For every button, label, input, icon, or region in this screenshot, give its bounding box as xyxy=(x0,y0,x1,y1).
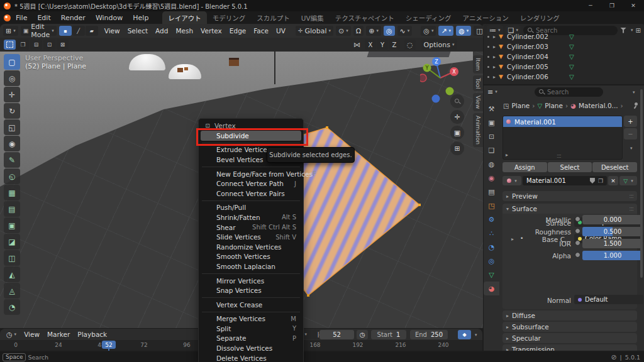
tool-button[interactable]: ↻ xyxy=(4,103,20,119)
chevron-down-icon[interactable]: ▾ xyxy=(475,332,477,337)
properties-tab[interactable]: ⚙ xyxy=(484,212,499,226)
context-menu-item[interactable]: ⊡ Snap Vertices ▸ xyxy=(201,285,301,295)
collapsed-panel-header[interactable]: ▸ Diffuse xyxy=(502,310,637,321)
workspace-tab[interactable]: シェーディング xyxy=(400,11,457,24)
tool-button[interactable]: ◫ xyxy=(4,250,20,266)
properties-tab[interactable]: ▽ xyxy=(484,268,499,282)
context-menu-item[interactable]: ⊡ Separate P ▸ xyxy=(201,334,301,344)
context-menu-item[interactable]: ⊡ Randomize Vertices ▸ xyxy=(201,242,301,252)
mirror-axis-button[interactable]: Z xyxy=(389,40,400,50)
value-slider[interactable]: 1.000 xyxy=(582,251,643,260)
properties-tab[interactable]: ⊡ xyxy=(484,129,499,143)
keying-set-button[interactable]: ◆ xyxy=(458,330,471,339)
properties-search-input[interactable]: Search xyxy=(535,87,603,97)
show-overlays-button[interactable]: ◍ ▾ xyxy=(456,26,471,36)
properties-tab[interactable]: ◍ xyxy=(484,157,499,171)
context-menu-item[interactable]: ⊡ Merge Vertices M ▸ xyxy=(201,314,301,324)
start-frame-field[interactable]: Start 1 xyxy=(371,330,406,339)
chevron-down-icon[interactable]: ▾ xyxy=(633,90,635,95)
fake-user-shield-icon[interactable] xyxy=(590,178,595,184)
outliner-row[interactable]: ▸ ▼ ▽ xyxy=(484,82,644,84)
viewport-menu-item[interactable]: View xyxy=(101,27,124,35)
tool-button[interactable]: ✎ xyxy=(4,152,20,168)
timeline-menu-item[interactable]: Playback xyxy=(74,331,111,338)
close-button[interactable]: ✕ xyxy=(623,0,644,11)
sidebar-tab[interactable]: Animation xyxy=(473,113,483,147)
viewport-menu-item[interactable]: UV xyxy=(272,27,289,35)
properties-tab[interactable]: ◎ xyxy=(484,254,499,268)
slot-action-button[interactable]: Select xyxy=(548,162,592,172)
properties-editor-button[interactable]: ≡ ▾ xyxy=(485,87,500,97)
expand-icon[interactable]: ▸ xyxy=(493,64,496,70)
properties-tab[interactable]: ⚒ xyxy=(484,102,499,116)
browse-material-button[interactable]: ▾ xyxy=(502,176,521,185)
slot-specials-icon[interactable]: ▾ xyxy=(630,146,633,151)
scrollbar[interactable] xyxy=(640,89,643,278)
context-menu-item[interactable]: ⊡ Connect Vertex Path J ▸ xyxy=(201,178,301,189)
breadcrumb-item[interactable]: ◕ Material.0... › xyxy=(570,102,623,109)
workspace-tab[interactable]: レイアウト xyxy=(162,11,207,24)
maximize-button[interactable]: ❐ xyxy=(601,0,623,11)
snap-base-button[interactable]: ◌ xyxy=(404,40,416,50)
select-option-button[interactable]: ⊟ xyxy=(30,40,42,50)
outliner-row[interactable]: ▸ ▼ Cylinder.004 ▽ xyxy=(484,52,644,62)
context-menu-item[interactable]: ⊡ New Edge/Face from Vertices F ▸ xyxy=(201,169,301,179)
expand-icon[interactable]: ▸ xyxy=(493,44,496,50)
resize-grip[interactable]: :::: xyxy=(557,153,561,159)
context-menu-item[interactable]: ⊡ Smooth Vertices ▸ xyxy=(201,252,301,262)
pivot-point-button[interactable]: ⊙ ▾ xyxy=(336,26,351,36)
properties-tab[interactable]: ❏ xyxy=(484,143,499,157)
workspace-tab[interactable]: UV編集 xyxy=(296,11,330,24)
breadcrumb-item[interactable]: ◳ Plane › xyxy=(503,102,535,109)
tool-button[interactable]: ▣ xyxy=(4,217,20,233)
expand-icon[interactable]: ▸ xyxy=(493,84,496,85)
snap-toggle-button[interactable]: Ω xyxy=(353,26,364,36)
properties-tab[interactable]: ◔ xyxy=(484,240,499,254)
expand-icon[interactable]: ▸ xyxy=(493,34,496,40)
socket-icon[interactable] xyxy=(575,228,580,234)
end-frame-field[interactable]: End 250 xyxy=(410,330,448,339)
workspace-tab[interactable]: モデリング xyxy=(207,11,252,24)
context-menu-item[interactable]: ⊡ Delete Vertices ▸ xyxy=(201,353,301,362)
show-gizmo-button[interactable]: ↗ ▾ xyxy=(438,26,453,36)
add-slot-button[interactable]: + xyxy=(624,116,637,127)
properties-tab[interactable]: ◕ xyxy=(484,282,499,295)
properties-tab[interactable]: ◉ xyxy=(484,171,499,185)
tool-button[interactable]: ▤ xyxy=(4,201,20,217)
properties-tab[interactable]: ▤ xyxy=(484,185,499,199)
normal-button[interactable]: Default xyxy=(574,295,643,304)
sidebar-tab[interactable]: Tool xyxy=(473,75,483,91)
select-mode-button[interactable]: ▪ xyxy=(59,26,72,36)
properties-tab[interactable]: ∴ xyxy=(484,226,499,240)
value-slider[interactable]: 0.000 xyxy=(582,215,643,224)
context-menu-item[interactable]: ⊡ Shear Shift Ctrl Alt S ▸ xyxy=(201,222,301,233)
editor-type-button[interactable]: ⊞ ▾ xyxy=(3,26,18,36)
tool-button[interactable]: ◵ xyxy=(4,168,20,184)
slot-action-button[interactable]: Assign xyxy=(502,162,547,172)
viewport-menu-item[interactable]: Select xyxy=(124,27,152,35)
link-mode-button[interactable]: ▽ ▾ xyxy=(619,176,637,185)
viewport-menu-item[interactable]: Face xyxy=(250,27,272,35)
value-slider[interactable]: 1.500 xyxy=(582,239,643,248)
tool-button[interactable]: ◱ xyxy=(4,119,20,135)
tool-button[interactable]: ◪ xyxy=(4,234,20,250)
minimize-button[interactable]: ─ xyxy=(580,0,601,11)
transform-orientation-button[interactable]: ✛ Global ▾ xyxy=(296,26,333,36)
context-menu-item[interactable]: ⊡ Slide Vertices Shift V ▸ xyxy=(201,232,301,242)
mode-selector[interactable]: ▣ Edit Mode ▾ xyxy=(21,26,57,36)
value-slider[interactable]: 0.500 xyxy=(582,227,643,236)
show-visibility-button[interactable]: ◎ ▾ xyxy=(421,26,436,36)
sidebar-tab[interactable]: Item xyxy=(473,55,483,74)
collapsed-panel-header[interactable]: ▸ Transmission xyxy=(502,344,637,351)
blender-menu-icon[interactable] xyxy=(4,14,11,21)
zoom-button[interactable] xyxy=(450,94,464,108)
context-menu-item[interactable]: ⊡ Connect Vertex Pairs ▸ xyxy=(201,189,301,199)
menu-item[interactable]: File xyxy=(11,14,32,22)
tool-button[interactable]: ▢ xyxy=(4,54,20,70)
stopwatch-button[interactable]: ◷ xyxy=(357,330,368,339)
timeline-menu-item[interactable]: View xyxy=(20,331,43,338)
falloff-button[interactable]: ∿ ▾ xyxy=(397,26,413,36)
slot-action-button[interactable]: Deselect xyxy=(592,162,637,172)
properties-tab[interactable]: ◳ xyxy=(484,199,499,212)
options-button[interactable]: Options ▾ xyxy=(421,40,457,50)
